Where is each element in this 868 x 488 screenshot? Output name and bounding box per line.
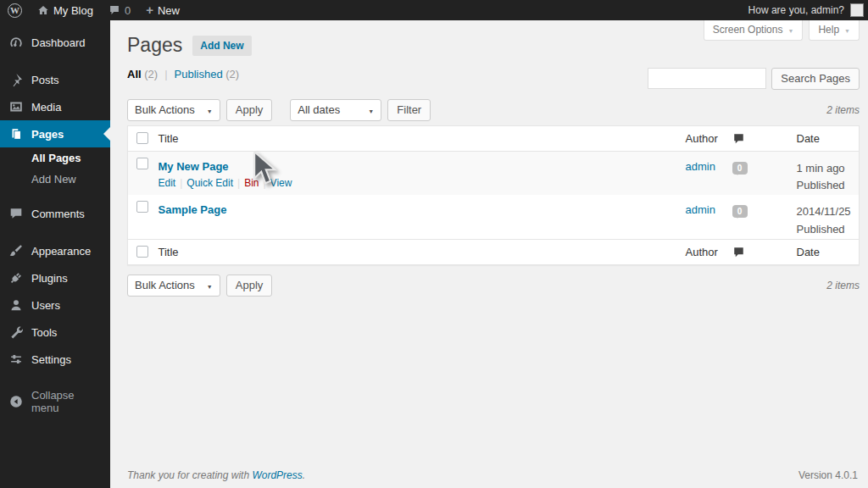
footer-thanks-prefix: Thank you for creating with	[127, 469, 249, 481]
bin-link[interactable]: Bin	[244, 177, 259, 189]
user-greeting[interactable]: How are you, admin?	[748, 4, 844, 16]
collapse-menu-button[interactable]: Collapse menu	[0, 383, 110, 420]
sidebar-item-comments[interactable]: Comments	[0, 200, 110, 227]
sidebar-item-users[interactable]: Users	[0, 291, 110, 319]
admin-bar-comments[interactable]: 0	[101, 0, 138, 20]
chevron-down-icon	[368, 103, 374, 116]
wrench-icon	[8, 324, 24, 340]
version-label: Version 4.0.1	[798, 469, 858, 481]
dates-filter-select[interactable]: All dates	[290, 99, 381, 121]
page-title-link[interactable]: My New Page	[159, 160, 229, 173]
page-title: Pages	[127, 34, 182, 58]
author-link[interactable]: admin	[686, 203, 715, 216]
column-header-title: Title	[159, 125, 686, 151]
user-icon	[8, 297, 24, 313]
search-input[interactable]	[648, 68, 766, 89]
column-header-date: Date	[775, 125, 860, 151]
pages-icon	[8, 126, 24, 141]
filter-published-link[interactable]: Published	[175, 68, 223, 80]
sidebar-item-label: Comments	[31, 208, 85, 220]
sidebar-item-label: Tools	[31, 326, 57, 339]
filter-all-count: (2)	[144, 68, 158, 80]
new-label: New	[158, 4, 180, 17]
filter-all-link[interactable]: All	[127, 68, 142, 80]
sidebar-subitem-add-new[interactable]: Add New	[0, 169, 110, 190]
status-value: Published	[797, 177, 860, 195]
view-link[interactable]: View	[270, 177, 292, 189]
filter-separator: |	[163, 68, 169, 80]
comments-column-icon	[732, 125, 775, 151]
sidebar-item-dashboard[interactable]: Dashboard	[0, 29, 110, 56]
wordpress-link[interactable]: WordPress	[252, 469, 302, 481]
page-title-link[interactable]: Sample Page	[159, 203, 227, 216]
comments-icon	[8, 206, 24, 221]
table-footer-row: Title Author Date	[128, 239, 860, 264]
apply-button-bottom[interactable]: Apply	[226, 274, 273, 297]
help-button[interactable]: Help	[809, 20, 860, 41]
sidebar-item-appearance[interactable]: Appearance	[0, 237, 110, 264]
select-all-checkbox[interactable]	[136, 246, 148, 258]
site-name-menu[interactable]: My Blog	[30, 0, 101, 20]
quick-edit-link[interactable]: Quick Edit	[186, 177, 233, 189]
home-icon	[37, 4, 49, 16]
chevron-down-icon	[207, 279, 213, 291]
comment-count-bubble[interactable]: 0	[732, 162, 748, 175]
plus-icon	[146, 3, 153, 17]
admin-footer: Thank you for creating with WordPress. V…	[127, 469, 858, 481]
column-footer-date: Date	[775, 239, 860, 264]
date-value: 1 min ago	[797, 160, 860, 178]
help-label: Help	[818, 24, 839, 36]
sidebar-item-media[interactable]: Media	[0, 93, 110, 120]
paintbrush-icon	[8, 243, 24, 258]
sidebar-item-label: Pages	[31, 128, 64, 141]
bulk-actions-select-bottom[interactable]: Bulk Actions	[127, 274, 220, 297]
column-footer-author: Author	[686, 239, 732, 264]
sidebar-item-settings[interactable]: Settings	[0, 346, 110, 373]
chevron-down-icon	[207, 103, 213, 116]
filter-button[interactable]: Filter	[387, 99, 431, 121]
avatar[interactable]	[850, 3, 864, 17]
chevron-down-icon	[844, 24, 850, 36]
apply-button[interactable]: Apply	[226, 99, 273, 121]
comment-count-bubble[interactable]: 0	[732, 205, 748, 218]
screen-options-button[interactable]: Screen Options	[704, 20, 804, 41]
action-separator	[237, 177, 240, 189]
select-all-checkbox[interactable]	[136, 132, 148, 144]
column-footer-title: Title	[159, 239, 686, 264]
search-pages-button[interactable]: Search Pages	[771, 68, 860, 90]
footer-thanks-text: Thank you for creating with WordPress.	[127, 469, 305, 481]
add-new-button[interactable]: Add New	[192, 36, 251, 56]
row-checkbox[interactable]	[136, 201, 148, 213]
admin-bar-new[interactable]: New	[138, 0, 187, 20]
row-checkbox[interactable]	[136, 158, 148, 169]
column-header-author: Author	[686, 125, 732, 151]
sidebar-item-label: Media	[31, 101, 61, 114]
sidebar-item-plugins[interactable]: Plugins	[0, 264, 110, 291]
edit-link[interactable]: Edit	[159, 177, 176, 189]
sidebar-item-tools[interactable]: Tools	[0, 319, 110, 346]
search-box: Search Pages	[648, 68, 860, 90]
bulk-actions-select[interactable]: Bulk Actions	[127, 99, 220, 121]
pin-icon	[8, 72, 24, 87]
admin-bar: W My Blog 0 New How are you, admin?	[0, 0, 868, 20]
status-value: Published	[797, 221, 860, 239]
chevron-down-icon	[787, 24, 793, 36]
admin-bar-comment-count: 0	[125, 4, 131, 17]
footer-suffix: .	[303, 469, 305, 481]
plug-icon	[8, 270, 24, 286]
wp-logo-menu[interactable]: W	[0, 0, 30, 20]
bulk-actions-value: Bulk Actions	[135, 279, 195, 291]
comments-column-icon	[732, 239, 775, 264]
sidebar-item-pages[interactable]: Pages	[0, 120, 110, 147]
tablenav-top: Bulk Actions Apply All dates Filter 2 it…	[127, 98, 860, 122]
sidebar-subitem-all-pages[interactable]: All Pages	[0, 147, 110, 169]
site-name-label: My Blog	[53, 4, 93, 17]
table-row: Sample Page admin 0 2014/11/25 Published	[128, 195, 860, 239]
action-separator	[263, 177, 265, 189]
admin-sidebar: Dashboard Posts Media Pages All Pages Ad…	[0, 20, 110, 488]
author-link[interactable]: admin	[686, 160, 715, 173]
main-content: Screen Options Help Pages Add New All (2…	[110, 20, 868, 488]
sidebar-item-posts[interactable]: Posts	[0, 66, 110, 93]
table-row: My New Page Edit Quick Edit Bin View adm…	[128, 151, 860, 195]
row-actions: Edit Quick Edit Bin View	[159, 177, 686, 189]
